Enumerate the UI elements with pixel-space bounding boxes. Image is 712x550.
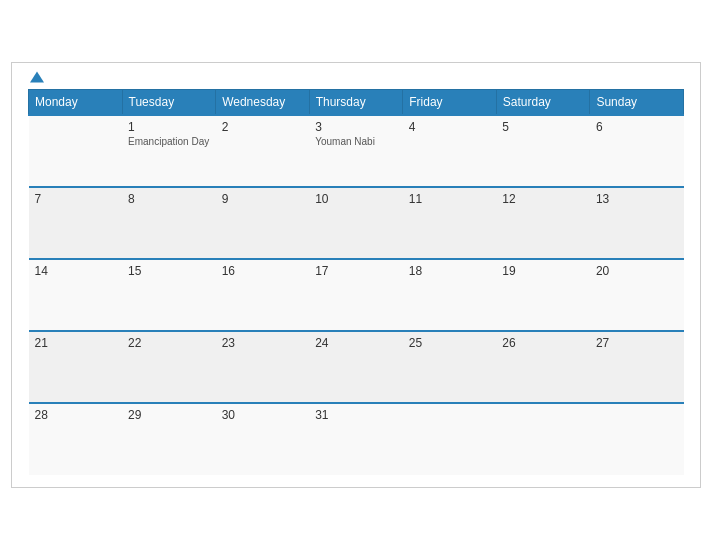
day-cell: 31 bbox=[309, 403, 403, 475]
day-number: 17 bbox=[315, 264, 397, 278]
day-cell: 1Emancipation Day bbox=[122, 115, 216, 187]
day-number: 8 bbox=[128, 192, 210, 206]
day-number: 30 bbox=[222, 408, 304, 422]
day-number: 4 bbox=[409, 120, 491, 134]
weekday-header-saturday: Saturday bbox=[496, 90, 590, 116]
day-number: 13 bbox=[596, 192, 678, 206]
calendar-container: MondayTuesdayWednesdayThursdayFridaySatu… bbox=[11, 62, 701, 488]
day-number: 26 bbox=[502, 336, 584, 350]
weekday-header-friday: Friday bbox=[403, 90, 497, 116]
day-cell: 24 bbox=[309, 331, 403, 403]
day-number: 9 bbox=[222, 192, 304, 206]
week-row-5: 28293031 bbox=[29, 403, 684, 475]
day-cell: 22 bbox=[122, 331, 216, 403]
day-cell: 27 bbox=[590, 331, 684, 403]
logo-triangle-icon bbox=[30, 72, 44, 83]
calendar-grid: MondayTuesdayWednesdayThursdayFridaySatu… bbox=[28, 89, 684, 475]
day-number: 5 bbox=[502, 120, 584, 134]
day-cell bbox=[496, 403, 590, 475]
day-number: 27 bbox=[596, 336, 678, 350]
day-number: 23 bbox=[222, 336, 304, 350]
day-number: 22 bbox=[128, 336, 210, 350]
day-number: 1 bbox=[128, 120, 210, 134]
day-cell: 13 bbox=[590, 187, 684, 259]
day-number: 20 bbox=[596, 264, 678, 278]
day-number: 25 bbox=[409, 336, 491, 350]
day-cell: 21 bbox=[29, 331, 123, 403]
day-cell bbox=[29, 115, 123, 187]
weekday-header-thursday: Thursday bbox=[309, 90, 403, 116]
day-cell: 16 bbox=[216, 259, 310, 331]
day-number: 15 bbox=[128, 264, 210, 278]
day-cell: 29 bbox=[122, 403, 216, 475]
day-number: 11 bbox=[409, 192, 491, 206]
weekday-header-wednesday: Wednesday bbox=[216, 90, 310, 116]
day-number: 18 bbox=[409, 264, 491, 278]
day-cell: 25 bbox=[403, 331, 497, 403]
calendar-body: 1Emancipation Day23Youman Nabi4567891011… bbox=[29, 115, 684, 475]
day-number: 12 bbox=[502, 192, 584, 206]
day-number: 28 bbox=[35, 408, 117, 422]
week-row-3: 14151617181920 bbox=[29, 259, 684, 331]
day-cell: 10 bbox=[309, 187, 403, 259]
day-cell: 7 bbox=[29, 187, 123, 259]
day-cell: 2 bbox=[216, 115, 310, 187]
day-cell: 18 bbox=[403, 259, 497, 331]
day-number: 14 bbox=[35, 264, 117, 278]
day-cell: 30 bbox=[216, 403, 310, 475]
day-cell: 12 bbox=[496, 187, 590, 259]
holiday-label: Youman Nabi bbox=[315, 136, 397, 147]
logo bbox=[28, 74, 44, 85]
day-cell: 26 bbox=[496, 331, 590, 403]
day-cell: 8 bbox=[122, 187, 216, 259]
holiday-label: Emancipation Day bbox=[128, 136, 210, 147]
week-row-1: 1Emancipation Day23Youman Nabi456 bbox=[29, 115, 684, 187]
day-number: 10 bbox=[315, 192, 397, 206]
week-row-4: 21222324252627 bbox=[29, 331, 684, 403]
day-cell bbox=[590, 403, 684, 475]
day-number: 6 bbox=[596, 120, 678, 134]
day-number: 16 bbox=[222, 264, 304, 278]
day-number: 24 bbox=[315, 336, 397, 350]
weekday-header-monday: Monday bbox=[29, 90, 123, 116]
day-cell bbox=[403, 403, 497, 475]
day-cell: 15 bbox=[122, 259, 216, 331]
day-number: 3 bbox=[315, 120, 397, 134]
day-cell: 28 bbox=[29, 403, 123, 475]
day-cell: 14 bbox=[29, 259, 123, 331]
calendar-header-row: MondayTuesdayWednesdayThursdayFridaySatu… bbox=[29, 90, 684, 116]
weekday-header-sunday: Sunday bbox=[590, 90, 684, 116]
day-cell: 4 bbox=[403, 115, 497, 187]
day-number: 7 bbox=[35, 192, 117, 206]
day-number: 19 bbox=[502, 264, 584, 278]
week-row-2: 78910111213 bbox=[29, 187, 684, 259]
day-cell: 3Youman Nabi bbox=[309, 115, 403, 187]
day-cell: 11 bbox=[403, 187, 497, 259]
day-cell: 6 bbox=[590, 115, 684, 187]
weekday-header-tuesday: Tuesday bbox=[122, 90, 216, 116]
day-cell: 23 bbox=[216, 331, 310, 403]
day-number: 2 bbox=[222, 120, 304, 134]
day-cell: 20 bbox=[590, 259, 684, 331]
day-number: 29 bbox=[128, 408, 210, 422]
day-number: 31 bbox=[315, 408, 397, 422]
day-number: 21 bbox=[35, 336, 117, 350]
day-cell: 17 bbox=[309, 259, 403, 331]
day-cell: 5 bbox=[496, 115, 590, 187]
day-cell: 19 bbox=[496, 259, 590, 331]
weekday-header-row: MondayTuesdayWednesdayThursdayFridaySatu… bbox=[29, 90, 684, 116]
day-cell: 9 bbox=[216, 187, 310, 259]
